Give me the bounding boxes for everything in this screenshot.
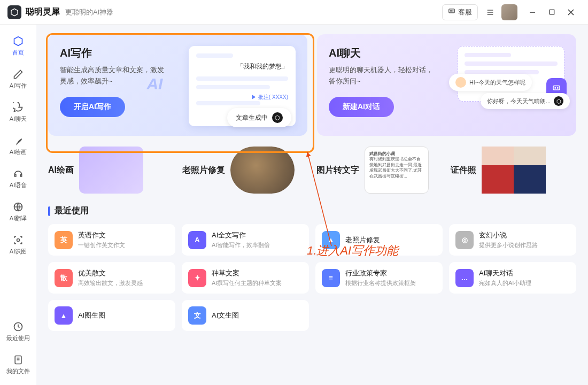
sidebar-item-files[interactable]: 我的文件 bbox=[3, 350, 33, 380]
sidebar-item-writing[interactable]: AI写作 bbox=[3, 64, 33, 94]
svg-point-21 bbox=[558, 88, 559, 89]
recent-item[interactable]: ≡ 行业政策专家 根据行业名称提供政策框架 bbox=[315, 262, 443, 294]
sidebar-item-label: 最近使用 bbox=[6, 334, 30, 342]
maximize-button[interactable] bbox=[542, 4, 561, 20]
pen-icon bbox=[12, 68, 24, 80]
svg-marker-0 bbox=[11, 9, 18, 16]
recent-title: 优美散文 bbox=[78, 268, 143, 278]
file-icon bbox=[12, 354, 24, 366]
support-icon bbox=[448, 7, 455, 17]
sidebar-item-voice[interactable]: AI语音 bbox=[3, 164, 33, 194]
recent-icon: A bbox=[188, 231, 206, 249]
recent-desc: 宛如真人的AI小助理 bbox=[479, 279, 531, 287]
recent-desc: 一键创作英文作文 bbox=[78, 241, 125, 249]
recent-item[interactable]: ▲ AI图生图 bbox=[48, 300, 175, 331]
recent-icon: ▲ bbox=[55, 306, 73, 325]
svg-rect-9 bbox=[550, 10, 554, 14]
ocr-thumb: 武昌街的小调 有时候到重庆逛书总会不自觉地到武昌街去走一回,最近发现武昌街大大不… bbox=[365, 147, 429, 194]
chat-sample-bubble-1: Hi~今天的天气怎样呢 bbox=[449, 74, 532, 91]
headset-icon bbox=[12, 168, 24, 180]
generating-pill: 文章生成中 ⬡ bbox=[227, 108, 291, 127]
sidebar-item-draw[interactable]: AI绘画 bbox=[3, 130, 33, 160]
recent-title: AI全文写作 bbox=[212, 230, 270, 240]
hero-card-chat[interactable]: AI聊天 更聪明的聊天机器人，轻松对话，答你所问~ 新建AI对话 bbox=[317, 34, 576, 136]
feature-tile-idphoto[interactable]: 证件照 bbox=[451, 147, 576, 194]
feature-title: 老照片修复 bbox=[182, 165, 225, 176]
app-logo bbox=[7, 5, 21, 19]
recent-icon: 英 bbox=[55, 231, 73, 249]
sidebar-item-chat[interactable]: AI聊天 bbox=[3, 97, 33, 127]
sidebar-item-translate[interactable]: AI翻译 bbox=[3, 197, 33, 227]
recent-icon: 文 bbox=[188, 306, 206, 325]
recent-icon: ✦ bbox=[188, 269, 206, 287]
sidebar-item-label: AI语音 bbox=[10, 181, 27, 189]
support-button[interactable]: 客服 bbox=[442, 4, 478, 20]
hero-chat-desc: 更聪明的聊天机器人，轻松对话，答你所问~ bbox=[329, 65, 435, 87]
recent-item[interactable]: … AI聊天对话 宛如真人的AI小助理 bbox=[449, 262, 576, 294]
scan-icon bbox=[12, 234, 24, 246]
sidebar-item-label: AI聊天 bbox=[10, 115, 27, 123]
recent-item[interactable]: ✦ 种草文案 AI撰写任何主题的种草文案 bbox=[182, 262, 309, 294]
recent-desc: AI撰写任何主题的种草文案 bbox=[212, 279, 282, 287]
feature-tile-ocr[interactable]: 图片转文字 武昌街的小调 有时候到重庆逛书总会不自觉地到武昌街去走一回,最近发现… bbox=[316, 147, 442, 194]
recent-icon: ◎ bbox=[455, 231, 474, 249]
new-chat-button[interactable]: 新建AI对话 bbox=[329, 97, 394, 117]
hex-icon: ⬡ bbox=[272, 112, 283, 123]
svg-point-3 bbox=[451, 11, 452, 11]
sidebar-item-label: AI绘画 bbox=[10, 148, 27, 156]
user-avatar[interactable] bbox=[501, 4, 517, 20]
draw-thumb bbox=[79, 147, 143, 194]
support-label: 客服 bbox=[458, 7, 472, 17]
menu-button[interactable] bbox=[482, 4, 498, 20]
recent-icon: … bbox=[455, 269, 474, 287]
recent-item[interactable]: 文 AI文生图 bbox=[182, 300, 309, 331]
app-name: 聪明灵犀 bbox=[26, 6, 60, 18]
hex-icon: ⬡ bbox=[554, 96, 563, 106]
recent-item[interactable]: 英 英语作文 一键创作英文作文 bbox=[48, 224, 175, 256]
avatar-icon bbox=[455, 77, 466, 88]
titlebar: 聪明灵犀 更聪明的AI神器 客服 bbox=[0, 0, 588, 25]
sidebar: 首页 AI写作 AI聊天 AI绘画 AI语音 AI翻译 AI识图 最 bbox=[0, 25, 36, 385]
recent-heading: 最近使用 bbox=[48, 205, 576, 217]
translate-icon bbox=[12, 201, 24, 213]
mock-doc-title: 「我和我的梦想」 bbox=[196, 62, 288, 71]
sidebar-item-ocr[interactable]: AI识图 bbox=[3, 230, 33, 260]
start-writing-button[interactable]: 开启AI写作 bbox=[60, 97, 125, 117]
main-content: AI写作 智能生成高质量文章和文案，激发灵感，效率飙升~ 开启AI写作 AI 「… bbox=[36, 25, 588, 385]
feature-tile-restore[interactable]: 老照片修复 bbox=[182, 147, 308, 194]
recent-desc: 提供更多小说创作思路 bbox=[479, 241, 538, 249]
recent-title: 玄幻小说 bbox=[479, 230, 538, 240]
recent-title: 英语作文 bbox=[78, 230, 125, 240]
recent-title: AI聊天对话 bbox=[479, 268, 531, 278]
svg-rect-19 bbox=[553, 86, 560, 90]
chat-sample-bubble-2: 你好呀，今天天气晴朗... ⬡ bbox=[481, 93, 570, 109]
sidebar-item-recent[interactable]: 最近使用 bbox=[3, 317, 33, 346]
recent-item[interactable]: 散 优美散文 高效输出散文，激发灵感 bbox=[48, 262, 175, 294]
history-icon bbox=[12, 321, 24, 333]
recent-desc: 根据行业名称提供政策框架 bbox=[345, 279, 416, 287]
app-tagline: 更聪明的AI神器 bbox=[65, 7, 113, 17]
recent-item[interactable]: A AI全文写作 AI智能写作，效率翻倍 bbox=[182, 224, 309, 256]
feature-tile-draw[interactable]: AI绘画 bbox=[48, 147, 174, 194]
feature-title: AI绘画 bbox=[48, 165, 74, 176]
recent-title: 种草文案 bbox=[212, 268, 282, 278]
recent-grid: 英 英语作文 一键创作英文作文 A AI全文写作 AI智能写作，效率翻倍 ▲ 老… bbox=[48, 224, 576, 331]
sidebar-item-label: AI翻译 bbox=[10, 214, 27, 222]
recent-desc: AI智能写作，效率翻倍 bbox=[212, 241, 270, 249]
svg-marker-12 bbox=[14, 37, 22, 46]
recent-item[interactable]: ◎ 玄幻小说 提供更多小说创作思路 bbox=[449, 224, 576, 256]
feature-title: 图片转文字 bbox=[316, 165, 359, 176]
recent-title: 行业政策专家 bbox=[345, 268, 416, 278]
svg-point-14 bbox=[17, 239, 20, 242]
brush-icon bbox=[12, 135, 24, 147]
chat-mock-panel: Hi~今天的天气怎样呢 你好呀，今天天气晴朗... ⬡ bbox=[458, 46, 564, 102]
hero-card-writing[interactable]: AI写作 智能生成高质量文章和文案，激发灵感，效率飙升~ 开启AI写作 AI 「… bbox=[48, 34, 307, 136]
minimize-button[interactable] bbox=[523, 4, 542, 20]
svg-point-20 bbox=[555, 88, 556, 89]
mock-note: ▶ 批注( XXXX) bbox=[196, 94, 288, 101]
close-button[interactable] bbox=[561, 4, 581, 20]
sidebar-item-label: AI识图 bbox=[10, 248, 27, 256]
ai-badge: AI bbox=[146, 75, 163, 93]
sidebar-item-home[interactable]: 首页 bbox=[3, 31, 33, 61]
recent-icon: ≡ bbox=[322, 269, 340, 287]
